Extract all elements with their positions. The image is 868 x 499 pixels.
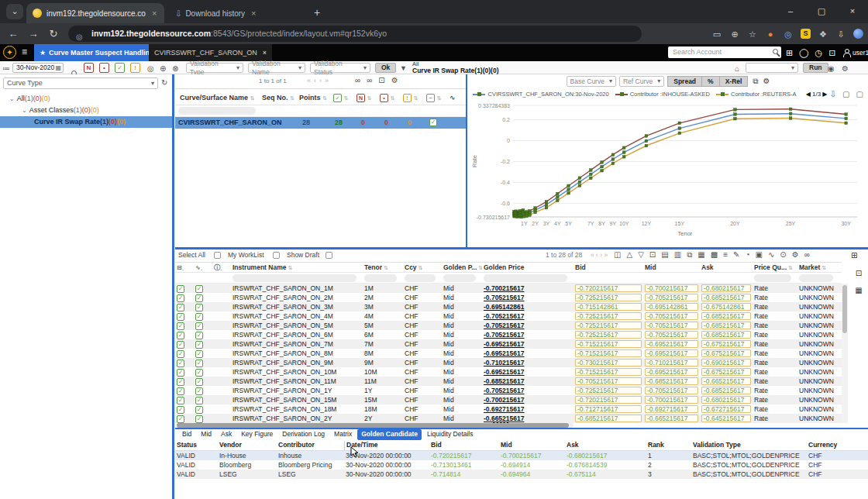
zoom-icon[interactable]: ⊕ (729, 27, 740, 41)
edit-box-icon[interactable]: ⊡ (649, 250, 656, 260)
vertical-splitter-2[interactable] (466, 74, 467, 247)
panel-settings-icon[interactable]: ⊞ (851, 251, 857, 260)
vertical-splitter[interactable] (172, 74, 174, 499)
detail-tab-derivation-log[interactable]: Derivation Log (278, 429, 329, 440)
date-input[interactable]: 30-Nov-2020 ▦ (12, 63, 64, 73)
row-worklist-checkbox[interactable]: ✓ (194, 302, 212, 311)
checkbox-checked-icon[interactable]: ✓ (195, 415, 203, 423)
row-select-checkbox[interactable]: ✓ (175, 367, 194, 377)
cast-icon[interactable]: ▭ (711, 27, 722, 41)
filter-input[interactable] (643, 273, 700, 283)
search-icon[interactable] (773, 49, 778, 54)
bot-icon[interactable]: ⊡ (828, 46, 835, 59)
grid-settings-icon[interactable]: ⊡ (856, 265, 862, 282)
instrument-row[interactable]: ✓✓IRSWRAT_CHF_SARON_ON_2M2MCHFMid-0.7052… (175, 293, 842, 302)
instrument-row[interactable]: ✓✓IRSWRAT_CHF_SARON_ON_9M9MCHFMid-0.7102… (175, 358, 842, 367)
row-select-checkbox[interactable]: ✓ (175, 311, 194, 321)
candidate-row[interactable]: VALIDLSEGLSEG30-Nov-2020 00:00:00-0.7148… (175, 470, 868, 479)
row-worklist-checkbox[interactable]: ✓ (194, 339, 212, 349)
instrument-row[interactable]: ✓✓IRSWRAT_CHF_SARON_ON_1M1MCHFMid-0.7002… (175, 284, 842, 293)
col-new-icon[interactable]: N ⇅ (356, 89, 371, 106)
filter-box[interactable] (364, 274, 397, 282)
filter-funnel-icon[interactable]: ▼ (400, 63, 407, 74)
tree-item-curve-ir-swap-rate[interactable]: Curve IR Swap Rate(1)(0)(0) (0, 116, 172, 128)
col-tenor[interactable]: Tenor ⇅ (363, 263, 403, 272)
curve-name-filter-input[interactable] (178, 107, 256, 115)
window2-icon[interactable]: ▢ (856, 90, 863, 98)
col-validation-type[interactable]: Validation Type (691, 441, 807, 450)
validation-name-select[interactable]: Validation Name▾ (248, 63, 305, 73)
checkbox-checked-icon[interactable]: ✓ (195, 294, 203, 302)
user-circle-icon[interactable]: ◉ (828, 63, 835, 74)
col-bid[interactable]: Bid (574, 263, 643, 272)
detail-tab-golden-candidate[interactable]: Golden Candidate (357, 429, 422, 440)
instrument-row[interactable]: ✓✓IRSWRAT_CHF_SARON_ON_5M5MCHFMid-0.7052… (175, 321, 842, 330)
legend-item[interactable]: Contributor :INHOUSE-ASKED (615, 91, 710, 98)
window-icon[interactable]: ▢ (842, 90, 849, 98)
instrument-row[interactable]: ✓✓IRSWRAT_CHF_SARON_ON_7M7MCHFMid-0.6952… (175, 339, 842, 349)
reload-icon[interactable]: ↻ (43, 28, 64, 40)
xrel-button[interactable]: X-Rel (720, 76, 749, 87)
ok-button[interactable]: Ok (375, 63, 396, 73)
checkbox-checked-icon[interactable]: ✓ (177, 406, 184, 414)
list-icon[interactable]: ≡ (723, 250, 728, 260)
checkbox-checked-icon[interactable]: ✓ (177, 332, 184, 339)
row-select-checkbox[interactable]: ✓ (175, 293, 194, 302)
checkbox-checked-icon[interactable]: ✓ (195, 322, 203, 330)
grid-dense-icon[interactable]: ▦ (855, 282, 862, 299)
checkbox-checked-icon[interactable]: ✓ (195, 406, 203, 414)
filter-input[interactable] (363, 273, 403, 283)
show-draft-checkbox[interactable] (326, 252, 332, 259)
apps-grid-icon[interactable]: ⊞ (786, 46, 793, 59)
row-select-checkbox[interactable]: ✓ (175, 349, 194, 358)
browser-tab-app[interactable]: invm192.thegoldensource.com × (26, 3, 164, 23)
browser-tab-downloads[interactable]: ⇩ Download history × (169, 3, 302, 23)
row-select-checkbox[interactable]: ✓ (175, 284, 194, 293)
col-ask[interactable]: Ask (700, 263, 753, 272)
target-icon[interactable]: ◎ (147, 63, 154, 74)
checkbox-checked-icon[interactable]: ✓ (195, 350, 203, 358)
candidate-row[interactable]: VALIDBloombergBloomberg Pricing30-Nov-20… (175, 460, 868, 470)
filter-input[interactable] (700, 273, 753, 283)
run-button[interactable]: Run (803, 63, 828, 73)
link-icon[interactable]: ∞ (355, 76, 360, 84)
validation-status-select[interactable]: Validation Status▾ (310, 63, 370, 73)
filter-input[interactable] (574, 273, 643, 283)
extensions-puzzle-icon[interactable]: ❖ (818, 27, 828, 41)
gear-icon[interactable]: ⚙ (391, 76, 398, 84)
bank-icon[interactable]: ⌂ (735, 63, 739, 74)
instrument-row[interactable]: ✓✓IRSWRAT_CHF_SARON_ON_10M10MCHFMid-0.69… (175, 367, 842, 377)
col-curve-name[interactable]: Curve/Surface Name ⇅ (180, 89, 254, 106)
row-worklist-checkbox[interactable]: ✓ (194, 404, 212, 414)
filter-box[interactable] (754, 274, 791, 282)
col-currency[interactable]: Currency (807, 441, 859, 450)
profile-chevron-icon[interactable]: ⌄ (6, 4, 23, 19)
extension-s-icon[interactable]: S (801, 29, 811, 39)
sort-icon[interactable]: ⇅ (417, 265, 423, 270)
filter-input[interactable] (231, 273, 363, 283)
gear-icon[interactable]: ⚙ (792, 250, 799, 260)
filter-input[interactable] (403, 273, 442, 283)
detail-tab-ask[interactable]: Ask (217, 429, 236, 440)
col-chart-icon[interactable]: ∿ (450, 89, 456, 106)
export-icon[interactable]: ⧉ (687, 250, 692, 260)
panel-icon[interactable]: ▥ (674, 250, 681, 260)
checkbox-checked-icon[interactable]: ✓ (195, 397, 203, 404)
window-minimize-button[interactable]: – (775, 0, 806, 23)
col-ccy[interactable]: Ccy ⇅ (403, 263, 442, 272)
header-info-icon[interactable]: ⓘ˯ (212, 263, 231, 272)
row-select-checkbox[interactable]: ✓ (175, 339, 194, 349)
sort-icon[interactable]: ⇅ (787, 265, 793, 270)
col-bid[interactable]: Bid (429, 441, 499, 450)
row-select-checkbox[interactable]: ✓ (175, 414, 194, 423)
checkbox-checked-icon[interactable]: ✓ (177, 322, 184, 330)
row-worklist-checkbox[interactable]: ✓ (194, 367, 212, 377)
download-chart-icon[interactable]: ⇩ (830, 90, 836, 98)
search-account-input[interactable]: Search Account (668, 46, 781, 58)
row-select-checkbox[interactable]: ✓ (175, 386, 194, 395)
validation-type-select[interactable]: Validation Type▾ (186, 63, 243, 73)
checkbox-checked-icon[interactable]: ✓ (177, 397, 184, 404)
link2-icon[interactable]: ∞ (367, 76, 372, 84)
instrument-row[interactable]: ✓✓IRSWRAT_CHF_SARON_ON_3M3MCHFMid-0.6951… (175, 302, 842, 311)
extension-blue-icon[interactable]: ◎ (783, 27, 794, 41)
